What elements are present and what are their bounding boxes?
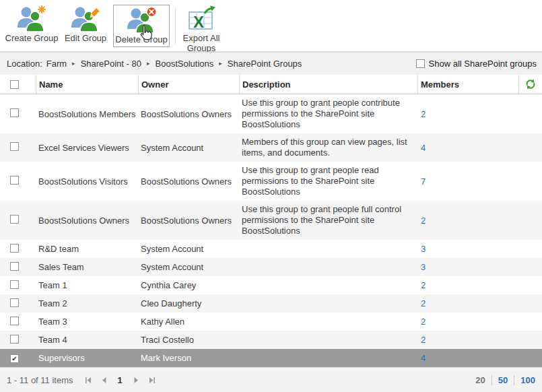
group-name: Supervisors xyxy=(36,353,138,363)
table-row[interactable]: Team 4 Traci Costello 2 xyxy=(0,331,542,349)
members-count-link[interactable]: 7 xyxy=(421,176,426,187)
row-checkbox[interactable] xyxy=(10,142,19,151)
show-all-groups-option: Show all SharePoint groups xyxy=(416,59,537,69)
group-owner: Traci Costello xyxy=(138,335,239,345)
select-all-checkbox[interactable] xyxy=(10,80,19,89)
members-count-link[interactable]: 2 xyxy=(421,216,426,226)
column-header-name[interactable]: Name xyxy=(36,75,138,94)
chevron-right-icon: ▸ xyxy=(147,60,150,67)
members-count-link[interactable]: 2 xyxy=(421,298,426,308)
create-group-button[interactable]: Create Group xyxy=(3,5,61,43)
refresh-button[interactable] xyxy=(518,75,542,94)
table-row[interactable]: Team 3 Kathy Allen 2 xyxy=(0,313,542,331)
table-row[interactable]: Sales Team System Account 3 xyxy=(0,258,542,276)
column-header-description[interactable]: Description xyxy=(239,75,417,94)
row-checkbox-cell xyxy=(0,215,36,226)
group-description xyxy=(239,246,417,253)
row-checkbox-cell xyxy=(0,280,36,291)
select-all-cell xyxy=(0,75,36,94)
row-checkbox[interactable] xyxy=(10,108,19,117)
group-members-cell: 2 xyxy=(417,335,518,345)
export-all-groups-label: Export All Groups xyxy=(179,33,224,53)
members-count-link[interactable]: 3 xyxy=(421,244,426,254)
row-checkbox[interactable] xyxy=(10,298,19,307)
svg-text:X: X xyxy=(193,13,204,31)
members-count-link[interactable]: 4 xyxy=(421,143,426,153)
page-size-100[interactable]: 100 xyxy=(520,375,535,385)
last-page-button[interactable] xyxy=(149,377,156,384)
delete-group-button[interactable]: Delete Group xyxy=(113,5,170,47)
members-count-link[interactable]: 4 xyxy=(421,353,426,363)
page-size-20[interactable]: 20 xyxy=(475,375,485,385)
breadcrumb-site[interactable]: BoostSolutions xyxy=(156,59,214,69)
row-checkbox[interactable] xyxy=(10,244,19,253)
row-checkbox[interactable] xyxy=(10,354,19,363)
create-group-label: Create Group xyxy=(3,33,61,43)
row-checkbox-cell xyxy=(0,353,36,364)
column-header-members[interactable]: Members xyxy=(417,75,518,94)
row-checkbox-cell xyxy=(0,176,36,187)
group-description: Use this group to grant people contribut… xyxy=(239,94,417,133)
group-owner: System Account xyxy=(138,143,239,153)
edit-group-button[interactable]: Edit Group xyxy=(62,5,109,43)
group-name: R&D team xyxy=(36,244,138,254)
group-owner: System Account xyxy=(138,262,239,272)
column-header-owner[interactable]: Owner xyxy=(138,75,239,94)
row-checkbox[interactable] xyxy=(10,176,19,185)
row-checkbox-cell xyxy=(0,244,36,255)
page-size-50[interactable]: 50 xyxy=(498,375,508,385)
row-checkbox[interactable] xyxy=(10,280,19,289)
group-description xyxy=(239,355,417,362)
group-members-cell: 3 xyxy=(417,262,518,272)
table-row[interactable]: Team 2 Cleo Daugherty 2 xyxy=(0,294,542,313)
items-count-text: 1 - 11 of 11 items xyxy=(7,375,73,385)
table-row[interactable]: Supervisors Mark Iverson 4 xyxy=(0,349,542,367)
group-description xyxy=(239,282,417,289)
export-all-groups-button[interactable]: X Export All Groups xyxy=(179,5,224,53)
members-count-link[interactable]: 2 xyxy=(421,109,426,119)
row-checkbox[interactable] xyxy=(10,335,19,344)
table-body: BoostSolutions Members BoostSolutions Ow… xyxy=(0,94,542,367)
members-count-link[interactable]: 2 xyxy=(421,335,426,345)
row-checkbox[interactable] xyxy=(10,262,19,271)
members-count-link[interactable]: 3 xyxy=(421,262,426,272)
next-page-button[interactable] xyxy=(133,377,140,384)
group-description: Use this group to grant people full cont… xyxy=(239,201,417,240)
group-members-cell: 3 xyxy=(417,244,518,254)
table-row[interactable]: Team 1 Cynthia Carey 2 xyxy=(0,276,542,294)
page-size-selector: 20 50 100 xyxy=(475,375,535,385)
group-members-cell: 2 xyxy=(417,280,518,290)
members-count-link[interactable]: 2 xyxy=(421,317,426,327)
last-page-icon xyxy=(149,377,156,384)
first-page-button[interactable] xyxy=(84,377,92,384)
show-all-groups-checkbox[interactable] xyxy=(416,59,425,68)
group-description: Members of this group can view pages, li… xyxy=(239,133,417,162)
table-row[interactable]: BoostSolutions Owners BoostSolutions Own… xyxy=(0,201,542,240)
group-name: BoostSolutions Members xyxy=(36,109,138,119)
row-checkbox[interactable] xyxy=(10,317,19,325)
location-bar: Location: Farm ▸ SharePoint - 80 ▸ Boost… xyxy=(0,52,542,75)
group-description xyxy=(239,337,417,344)
breadcrumb-webapp[interactable]: SharePoint - 80 xyxy=(81,59,141,69)
group-name: Team 1 xyxy=(36,280,138,290)
row-checkbox-cell xyxy=(0,142,36,153)
refresh-icon xyxy=(525,79,536,90)
current-page-number[interactable]: 1 xyxy=(116,375,124,385)
members-count-link[interactable]: 2 xyxy=(421,280,426,290)
table-row[interactable]: BoostSolutions Visitors BoostSolutions O… xyxy=(0,162,542,201)
breadcrumb-farm[interactable]: Farm xyxy=(46,59,67,69)
table-row[interactable]: Excel Services Viewers System Account Me… xyxy=(0,133,542,162)
row-checkbox-cell xyxy=(0,262,36,273)
prev-page-button[interactable] xyxy=(100,377,108,384)
table-row[interactable]: BoostSolutions Members BoostSolutions Ow… xyxy=(0,94,542,133)
chevron-right-icon: ▸ xyxy=(72,60,75,67)
group-description: Use this group to grant people read perm… xyxy=(239,162,417,201)
people-add-icon xyxy=(16,5,47,32)
group-name: Team 3 xyxy=(36,317,138,327)
toolbar-divider xyxy=(175,8,176,44)
breadcrumb-groups[interactable]: SharePoint Groups xyxy=(228,59,302,69)
group-members-cell: 4 xyxy=(417,143,518,153)
table-row[interactable]: R&D team System Account 3 xyxy=(0,240,542,258)
group-name: Team 4 xyxy=(36,335,138,345)
row-checkbox[interactable] xyxy=(10,215,19,224)
